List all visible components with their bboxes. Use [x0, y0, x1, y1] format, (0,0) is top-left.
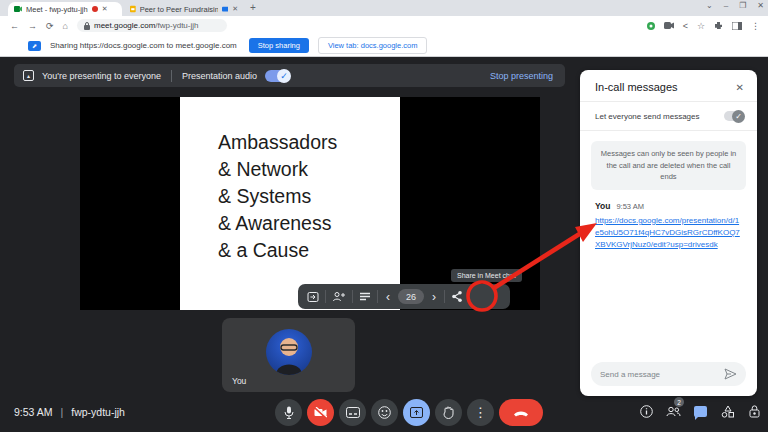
presenting-bar: ▴ You're presenting to everyone Presenta…: [14, 64, 565, 87]
self-tile-label: You: [232, 376, 246, 386]
presenting-status: You're presenting to everyone: [42, 71, 161, 81]
host-controls-icon[interactable]: [747, 404, 762, 419]
window-controls: ⌄ – ❐ ✕: [706, 1, 764, 10]
meeting-panels: 2: [639, 404, 762, 419]
captions-button[interactable]: [339, 399, 366, 426]
send-messages-toggle-label: Let everyone send messages: [595, 112, 700, 121]
open-in-tab-icon[interactable]: [307, 291, 319, 303]
slide-title: Ambassadors & Network & Systems & Awaren…: [218, 129, 337, 264]
previous-slide-icon[interactable]: ‹: [384, 291, 392, 303]
message-input-wrap: [591, 362, 746, 386]
meeting-info: 9:53 AM | fwp-ydtu-jjh: [14, 406, 125, 418]
slide-line: & a Cause: [218, 237, 337, 264]
tab-close-icon[interactable]: ✕: [102, 5, 108, 13]
sharing-indicator-icon[interactable]: [647, 22, 655, 30]
divider: |: [61, 406, 64, 418]
panel-title: In-call messages: [595, 81, 678, 93]
message-input[interactable]: [600, 370, 724, 379]
slide: Ambassadors & Network & Systems & Awaren…: [180, 97, 400, 310]
tab-close-icon[interactable]: ✕: [232, 5, 238, 13]
recording-dot-icon: [92, 6, 98, 12]
microphone-button[interactable]: [275, 399, 302, 426]
present-button[interactable]: [403, 399, 430, 426]
back-icon[interactable]: ←: [10, 21, 19, 31]
camera-icon[interactable]: [664, 22, 674, 29]
toggle-check-icon: ✓: [277, 69, 291, 83]
bookmark-star-icon[interactable]: ☆: [697, 21, 705, 31]
sharing-banner-text: Sharing https://docs.google.com to meet.…: [50, 41, 237, 50]
divider: [377, 290, 378, 303]
minimize-icon[interactable]: –: [724, 1, 728, 10]
meeting-code: fwp-ydtu-jjh: [71, 406, 125, 418]
send-messages-toggle[interactable]: ✓: [724, 111, 744, 121]
shared-presentation-link[interactable]: https://docs.google.com/presentation/d/1…: [595, 215, 742, 251]
presentation-audio-label: Presentation audio: [182, 71, 257, 81]
tab-capture-icon: [222, 6, 229, 13]
chat-message: You 9:53 AM https://docs.google.com/pres…: [595, 201, 742, 251]
lock-icon: [84, 22, 90, 30]
share-page-icon[interactable]: <: [683, 21, 688, 31]
message-time: 9:53 AM: [616, 202, 644, 211]
view-tab-button[interactable]: View tab: docs.google.com: [318, 37, 428, 54]
stop-presenting-button[interactable]: Stop presenting: [490, 71, 553, 81]
divider: [444, 290, 445, 303]
browser-toolbar: ← → ⟳ ⌂ meet.google.com/fwp-ydtu-jjh < ☆…: [0, 16, 768, 35]
reactions-button[interactable]: [371, 399, 398, 426]
browser-menu-icon[interactable]: ⋮: [751, 21, 760, 31]
share-in-chat-icon[interactable]: [451, 290, 463, 303]
in-call-messages-panel: In-call messages ✕ Let everyone send mes…: [580, 70, 757, 396]
activities-icon[interactable]: [720, 404, 735, 419]
presentation-audio-toggle[interactable]: ✓: [265, 70, 290, 82]
tab-sharing-banner: ⬈ Sharing https://docs.google.com to mee…: [0, 35, 768, 57]
more-options-button[interactable]: ⋮: [467, 399, 494, 426]
tab-title: Meet - fwp-ydtu-jjh: [26, 5, 88, 14]
chat-icon[interactable]: [693, 404, 708, 419]
slide-line: & Awareness: [218, 210, 337, 237]
camera-off-button[interactable]: [307, 399, 334, 426]
restore-icon[interactable]: ❐: [739, 1, 746, 10]
divider: [325, 290, 326, 303]
send-icon[interactable]: [724, 368, 737, 380]
slide-line: Ambassadors: [218, 129, 337, 156]
message-sender: You: [595, 201, 610, 211]
chevron-down-icon[interactable]: ⌄: [706, 1, 713, 10]
toggle-check-icon: ✓: [732, 110, 745, 123]
info-icon[interactable]: [639, 404, 654, 419]
raise-hand-button[interactable]: [435, 399, 462, 426]
close-panel-icon[interactable]: ✕: [736, 82, 744, 93]
home-icon[interactable]: ⌂: [63, 21, 68, 31]
next-slide-icon[interactable]: ›: [430, 291, 438, 303]
clock-time: 9:53 AM: [14, 406, 53, 418]
side-panel-icon[interactable]: [732, 22, 742, 30]
tab-slides[interactable]: Peer to Peer Fundraising - G ✕: [124, 2, 244, 16]
divider: [171, 70, 172, 82]
extensions-puzzle-icon[interactable]: [714, 21, 723, 30]
participants-count-badge: 2: [674, 397, 684, 407]
divider: [352, 290, 353, 303]
add-person-icon[interactable]: [332, 291, 346, 302]
self-video-tile[interactable]: You: [222, 318, 355, 392]
close-window-icon[interactable]: ✕: [757, 1, 764, 10]
slide-notes-icon[interactable]: [359, 292, 371, 301]
end-call-button[interactable]: [499, 399, 543, 426]
stop-sharing-button[interactable]: Stop sharing: [249, 38, 309, 53]
presentation-toolbar: ‹ 26 ›: [298, 284, 510, 309]
browser-tabstrip: Meet - fwp-ydtu-jjh ✕ Peer to Peer Fundr…: [0, 0, 768, 16]
reload-icon[interactable]: ⟳: [46, 21, 54, 31]
slide-line: & Network: [218, 156, 337, 183]
avatar: [266, 329, 312, 375]
present-screen-icon: ▴: [23, 70, 34, 81]
tab-meet[interactable]: Meet - fwp-ydtu-jjh ✕: [8, 2, 122, 16]
url-path: /fwp-ydtu-jjh: [155, 21, 198, 30]
slides-logo-icon: [130, 5, 136, 13]
tab-title: Peer to Peer Fundraising - G: [140, 5, 218, 14]
tooltip: Share in Meet chat: [451, 269, 522, 282]
screen-share-icon: ⬈: [28, 41, 41, 51]
slide-number[interactable]: 26: [398, 289, 424, 304]
address-bar[interactable]: meet.google.com/fwp-ydtu-jjh: [77, 19, 227, 32]
forward-icon[interactable]: →: [28, 21, 37, 31]
new-tab-button[interactable]: +: [250, 2, 256, 13]
privacy-notice: Messages can only be seen by people in t…: [591, 141, 746, 190]
call-controls: ⋮: [275, 399, 543, 426]
participants-icon[interactable]: 2: [666, 404, 681, 419]
